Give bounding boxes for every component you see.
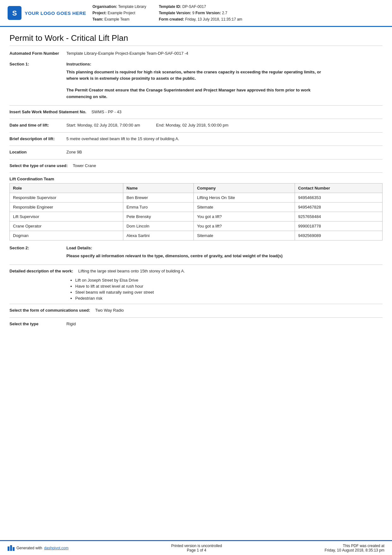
table-cell: You got a lift? xyxy=(194,221,295,231)
table-cell: Sitemate xyxy=(194,203,295,212)
table-cell: Dogman xyxy=(10,231,123,240)
svg-text:S: S xyxy=(12,9,17,17)
section2-header: Section 2: Load Details: xyxy=(9,246,383,250)
footer-right-text: This PDF was created at xyxy=(325,544,384,548)
footer-center: Printed version is uncontrolled Page 1 o… xyxy=(171,544,222,552)
template-id-value: DP-SAF-0017 xyxy=(182,4,206,9)
datetime-start: Start: Monday, 02 July 2018, 7:00:00 am xyxy=(66,123,140,128)
list-item: Steel beams will naturally swing over st… xyxy=(75,290,383,295)
section2-label: Section 2: xyxy=(9,246,66,250)
select-type-value: Rigid xyxy=(66,321,383,327)
datetime-row: Date and time of lift: Start: Monday, 02… xyxy=(9,122,383,128)
logo-text: YOUR LOGO GOES HERE xyxy=(25,10,86,16)
footer-link[interactable]: dashpivot.com xyxy=(44,546,68,550)
form-created-value: Friday, 13 July 2018, 11:35:17 am xyxy=(185,17,242,22)
svg-rect-2 xyxy=(8,546,9,551)
team-label: Team: xyxy=(93,17,103,22)
list-item: Lift on Joseph Street by Elsa Drive xyxy=(75,278,383,283)
description-label: Brief description of lift: xyxy=(9,136,66,142)
form-number-value: Template Library-Example Project-Example… xyxy=(66,50,383,57)
footer-right: This PDF was created at Friday, 10 Augus… xyxy=(325,544,384,552)
section2-instruction: Please specify all information relevant … xyxy=(66,253,326,259)
org-label: Organisation: xyxy=(93,4,117,9)
footer-page-text: Page 1 of 4 xyxy=(171,548,222,552)
table-cell: 9257658484 xyxy=(295,212,382,221)
table-row: Crane OperatorDom LincolnYou got a lift?… xyxy=(10,221,383,231)
datetime-end: End: Monday, 02 July 2018, 5:00:00 pm xyxy=(156,123,229,128)
page-title: Permit to Work - Critical Lift Plan xyxy=(9,33,383,46)
table-cell: Lift Supervisor xyxy=(10,212,123,221)
detailed-description-label: Detailed description of the work: xyxy=(9,268,78,274)
table-cell: Responsible Supervisor xyxy=(10,193,123,203)
table-cell: 9495466353 xyxy=(295,193,382,203)
form-created-row: Form created: Friday, 13 July 2018, 11:3… xyxy=(159,16,242,22)
crane-type-row: Select the type of crane used: Tower Cra… xyxy=(9,163,383,169)
footer-logo-icon xyxy=(8,545,15,551)
section2-title: Load Details: xyxy=(66,246,92,250)
template-version-label: Template Version: xyxy=(159,11,191,15)
table-cell: Lifting Heros On Site xyxy=(194,193,295,203)
description-value: 5 metre overhead steel beam lift to the … xyxy=(66,136,383,142)
description-row: Brief description of lift: 5 metre overh… xyxy=(9,136,383,142)
template-id-row: Template ID: DP-SAF-0017 xyxy=(159,4,242,9)
location-value: Zone 9B xyxy=(66,149,383,155)
page-header: S YOUR LOGO GOES HERE Organisation: Temp… xyxy=(0,0,392,27)
project-row: Project: Example Project xyxy=(93,10,146,16)
svg-rect-3 xyxy=(10,545,12,551)
org-value: Template Library xyxy=(118,4,146,9)
template-id-label: Template ID: xyxy=(159,4,181,9)
table-cell: 9495467828 xyxy=(295,203,382,212)
header-col-right: Template ID: DP-SAF-0017 Template Versio… xyxy=(159,4,242,22)
datetime-label: Date and time of lift: xyxy=(9,122,66,128)
lift-team-title: Lift Coordination Team xyxy=(9,177,383,181)
datetime-value: Start: Monday, 02 July 2018, 7:00:00 am … xyxy=(66,122,383,128)
table-cell: You got a lift? xyxy=(194,212,295,221)
section1-header: Section 1: Instructions: xyxy=(9,62,383,66)
header-meta: Organisation: Template Library Project: … xyxy=(93,4,384,22)
team-value: Example Team xyxy=(104,17,129,22)
lift-team-table: Role Name Company Contact Number Respons… xyxy=(9,183,383,240)
table-cell: Pete Brensky xyxy=(123,212,194,221)
svg-rect-4 xyxy=(13,547,15,551)
form-number-label: Automated Form Number xyxy=(9,50,66,57)
form-version-label: Form Version: xyxy=(195,11,221,15)
team-row: Team: Example Team xyxy=(93,16,146,22)
page-footer: Generated with dashpivot.com Printed ver… xyxy=(0,540,392,555)
main-content: Permit to Work - Critical Lift Plan Auto… xyxy=(0,27,392,356)
footer-generated-text: Generated with xyxy=(16,546,42,550)
communication-row: Select the form of communications used: … xyxy=(9,307,383,314)
org-row: Organisation: Template Library xyxy=(93,4,146,9)
crane-type-value: Tower Crane xyxy=(73,163,383,169)
location-row: Location Zone 9B xyxy=(9,149,383,155)
project-value: Example Project xyxy=(108,11,135,15)
instruction2: The Permit Creator must ensure that the … xyxy=(66,87,326,100)
table-header-row: Role Name Company Contact Number xyxy=(10,184,383,193)
footer-right-date: Friday, 10 August 2018, 8:35:13 pm xyxy=(325,548,384,552)
table-cell: 9990018778 xyxy=(295,221,382,231)
col-contact: Contact Number xyxy=(295,184,382,193)
footer-left: Generated with dashpivot.com xyxy=(8,545,69,551)
table-row: Lift SupervisorPete BrenskyYou got a lif… xyxy=(10,212,383,221)
select-type-row: Select the type Rigid xyxy=(9,321,383,327)
form-number-row: Automated Form Number Template Library-E… xyxy=(9,50,383,57)
list-item: Pedestrian risk xyxy=(75,296,383,301)
logo-icon: S xyxy=(8,6,21,20)
table-cell: Alexa Sartini xyxy=(123,231,194,240)
swms-row: Insert Safe Work Method Statement No. SW… xyxy=(9,109,383,115)
col-role: Role xyxy=(10,184,123,193)
table-row: DogmanAlexa SartiniSitemate9492569089 xyxy=(10,231,383,240)
template-version-value: 9 xyxy=(192,11,194,15)
select-type-label: Select the type xyxy=(9,321,66,327)
table-cell: Ben Brewer xyxy=(123,193,194,203)
table-cell: Dom Lincoln xyxy=(123,221,194,231)
project-label: Project: xyxy=(93,11,107,15)
col-name: Name xyxy=(123,184,194,193)
bullet-list: Lift on Joseph Street by Elsa DriveHave … xyxy=(66,278,383,301)
section1-title: Instructions: xyxy=(66,62,91,66)
swms-label: Insert Safe Work Method Statement No. xyxy=(9,109,91,115)
table-cell: Crane Operator xyxy=(10,221,123,231)
list-item: Have to lift at street level at rush hou… xyxy=(75,284,383,289)
instruction1: This planning document is required for h… xyxy=(66,69,326,82)
table-row: Responsible SupervisorBen BrewerLifting … xyxy=(10,193,383,203)
table-row: Responsible EngineerEmma TuroSitemate949… xyxy=(10,203,383,212)
